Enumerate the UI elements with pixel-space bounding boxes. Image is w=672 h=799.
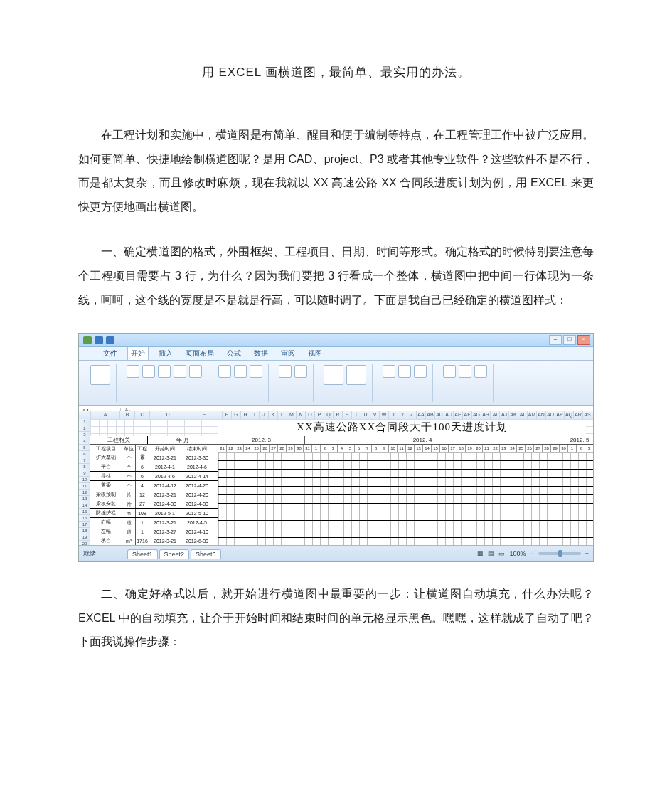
- undo-icon[interactable]: [106, 336, 114, 344]
- delete-cell-icon[interactable]: [398, 365, 411, 378]
- zoom-level[interactable]: 100%: [509, 550, 526, 557]
- col-start: 开始时间: [149, 445, 181, 453]
- task-row: 盖梁个42012-4-122012-4-20: [90, 481, 218, 490]
- ribbon-group-clipboard: [85, 364, 117, 402]
- view-normal-icon[interactable]: ▦: [477, 550, 484, 557]
- zoom-slider[interactable]: [538, 552, 581, 555]
- col-project: 工程项目: [90, 445, 122, 453]
- gantt-body: [218, 452, 593, 546]
- project-title-cell: XX高速公路XX合同段大干100天进度计划: [218, 420, 586, 436]
- task-row: 扩大基础个62012-3-212012-3-30: [90, 453, 218, 462]
- task-qty: 6: [136, 462, 149, 471]
- task-qty: 12: [136, 490, 149, 499]
- task-unit: 个: [122, 462, 136, 471]
- bold-icon[interactable]: [127, 365, 139, 378]
- excel-icon: [83, 336, 92, 344]
- zoom-in-icon[interactable]: +: [585, 550, 589, 557]
- ribbon-group-cells: [377, 364, 433, 402]
- task-name: 防撞护栏: [90, 509, 122, 517]
- ribbon-tab-home[interactable]: 开始: [127, 346, 149, 360]
- task-end: 2012-6-30: [181, 536, 213, 545]
- insert-cell-icon[interactable]: [383, 365, 395, 378]
- font-color-icon[interactable]: [189, 365, 202, 378]
- task-name: 盖梁: [90, 481, 122, 490]
- align-left-icon[interactable]: [218, 365, 231, 378]
- sheet-tab-2[interactable]: Sheet2: [159, 549, 190, 559]
- ribbon-tab-insert[interactable]: 插入: [156, 346, 176, 360]
- align-center-icon[interactable]: [234, 365, 247, 378]
- italic-icon[interactable]: [142, 365, 155, 378]
- task-unit: m³: [122, 536, 136, 545]
- task-unit: 道: [122, 527, 136, 536]
- task-name: 梁板安装: [90, 499, 122, 508]
- gantt-area: 2012. 32012. 42012. 5 212223242526272829…: [218, 436, 593, 546]
- fill-color-icon[interactable]: [174, 365, 186, 378]
- doc-title: 用 EXCEL 画横道图，最简单、最实用的办法。: [78, 64, 594, 80]
- save-icon[interactable]: [95, 336, 103, 344]
- task-name: 左幅: [90, 527, 122, 536]
- comma-icon[interactable]: [294, 365, 307, 378]
- task-end: 2012-5-10: [181, 509, 213, 517]
- ribbon-tab-layout[interactable]: 页面布局: [183, 346, 217, 360]
- task-end: 2012-4-14: [181, 472, 213, 480]
- ribbon-tabs: 文件 开始 插入 页面布局 公式 数据 审阅 视图: [79, 347, 593, 361]
- zoom-out-icon[interactable]: −: [530, 550, 533, 557]
- minimize-button[interactable]: –: [549, 335, 562, 345]
- task-unit: 片: [122, 490, 136, 499]
- cond-format-icon[interactable]: [324, 365, 343, 385]
- task-qty: 1716: [136, 536, 149, 545]
- quick-access-toolbar: [83, 336, 114, 344]
- ribbon-tab-view[interactable]: 视图: [305, 346, 325, 360]
- task-unit: m: [122, 509, 136, 517]
- ribbon-tab-file[interactable]: 文件: [100, 346, 120, 360]
- sort-icon[interactable]: [459, 365, 471, 378]
- sheet-tab-1[interactable]: Sheet1: [127, 549, 158, 559]
- cell-styles-icon[interactable]: [346, 365, 366, 385]
- sheet-tabs: Sheet1 Sheet2 Sheet3: [127, 549, 221, 559]
- month-header-row: 2012. 32012. 42012. 5: [218, 436, 593, 445]
- autosum-icon[interactable]: [443, 365, 456, 378]
- task-name: 导柱: [90, 472, 122, 480]
- col-end: 结束时间: [181, 445, 213, 453]
- find-icon[interactable]: [474, 365, 487, 378]
- paragraph-step2: 二、确定好格式以后，就开始进行横道图中最重要的一步：让横道图自动填充，什么办法呢…: [78, 582, 594, 654]
- window-titlebar: – □ ×: [79, 334, 593, 347]
- task-start: 2012-3-21: [149, 518, 181, 527]
- left-header-date: 年 月: [148, 436, 218, 444]
- task-unit: 个: [122, 481, 136, 490]
- sheet-tab-3[interactable]: Sheet3: [191, 549, 221, 559]
- task-unit: 片: [122, 499, 136, 508]
- paragraph-step1: 一、确定横道图的格式，外围框架、工程项目、日期、时间等形式。确定格式的时候特别要…: [78, 240, 594, 312]
- paragraph-intro: 在工程计划和实施中，横道图是有简单、醒目和便于编制等特点，在工程管理工作中被广泛…: [78, 123, 594, 218]
- view-break-icon[interactable]: ▭: [498, 550, 505, 557]
- worksheet-area[interactable]: ABCDEFGHIJKLMNOPQRSTUVWXYZAAABACADAEAFAG…: [79, 411, 593, 546]
- align-right-icon[interactable]: [250, 365, 262, 378]
- ribbon-tab-data[interactable]: 数据: [251, 346, 271, 360]
- maximize-button[interactable]: □: [563, 335, 576, 345]
- percent-icon[interactable]: [279, 365, 292, 378]
- ribbon-group-styles: [318, 364, 373, 402]
- ribbon-tab-formula[interactable]: 公式: [224, 346, 244, 360]
- task-qty: 6: [136, 472, 149, 480]
- ribbon-tab-review[interactable]: 审阅: [278, 346, 298, 360]
- paste-icon[interactable]: [90, 365, 110, 385]
- task-qty: 27: [136, 499, 149, 508]
- cell-grid[interactable]: XX高速公路XX合同段大干100天进度计划 工程相关 年 月 工程项目 单位 工…: [90, 419, 593, 546]
- row-headers: 1234567891011121314151617181920212223242…: [79, 419, 91, 546]
- task-end: 2012-4-6: [181, 462, 213, 471]
- task-end: 2012-4-20: [181, 481, 213, 490]
- ribbon-group-font: [121, 364, 208, 402]
- task-start: 2012-4-30: [149, 499, 181, 508]
- task-qty: 6: [136, 453, 149, 462]
- task-start: 2012-3-27: [149, 527, 181, 536]
- task-start: 2012-3-21: [149, 453, 181, 462]
- task-qty: 1: [136, 527, 149, 536]
- view-layout-icon[interactable]: ▤: [488, 550, 494, 557]
- task-qty: 108: [136, 509, 149, 517]
- format-cell-icon[interactable]: [414, 365, 427, 378]
- underline-icon[interactable]: [158, 365, 171, 378]
- close-button[interactable]: ×: [577, 335, 590, 345]
- task-name: 右幅: [90, 518, 122, 527]
- task-end: 2012-4-20: [181, 490, 213, 499]
- task-qty: 1: [136, 518, 149, 527]
